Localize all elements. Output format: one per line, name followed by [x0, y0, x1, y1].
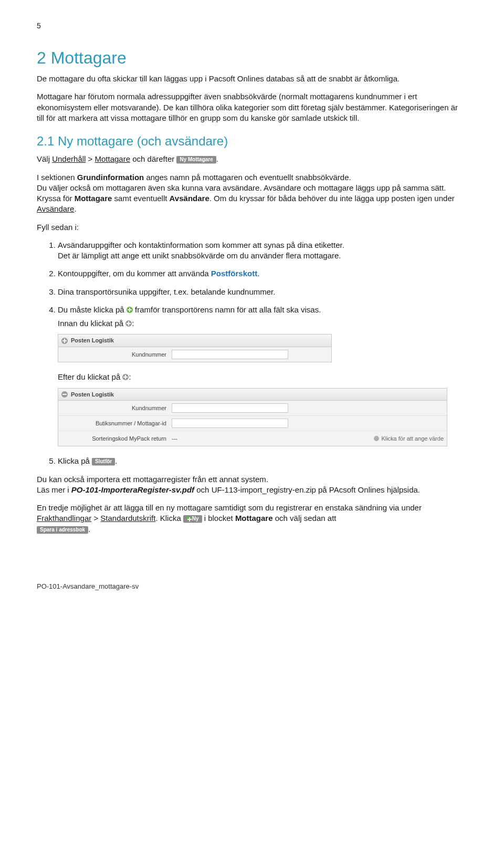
instruction-select-line: Välj Underhåll > Mottagare och därefter …	[37, 154, 467, 164]
before-click-label: Innan du klickat på :	[58, 318, 467, 329]
page-footer: PO-101-Avsandare_mottagare-sv	[37, 582, 467, 591]
list-item-5: Klicka på Slutför.	[58, 456, 467, 466]
collapse-icon[interactable]	[61, 391, 68, 398]
heading-1: 2 Mottagare	[37, 47, 467, 69]
menu-frakthandlingar: Frakthandlingar	[37, 514, 91, 523]
text: Det är lämpligt att ange ett unikt snabb…	[58, 251, 341, 260]
kundnummer-input[interactable]	[172, 350, 288, 359]
intro-paragraph-2: Mottagare har förutom normala adressuppg…	[37, 91, 467, 123]
panel-title: Posten Logistik	[71, 337, 114, 344]
plus-icon	[122, 374, 129, 380]
intro-paragraph-1: De mottagare du ofta skickar till kan lä…	[37, 74, 467, 84]
menu-standardutskrift: Standardutskrift	[100, 514, 155, 523]
text: Du väljer också om mottagaren även ska k…	[37, 183, 446, 192]
pdf-filename: PO-101-ImporteraRegister-sv.pdf	[71, 485, 194, 494]
table-row: Butiksnummer / Mottagar-id	[58, 416, 447, 431]
menu-underhall: Underhåll	[52, 154, 86, 163]
list-item-1: Avsändaruppgifter och kontaktinformation…	[58, 240, 467, 262]
field-label: Kundnummer	[61, 404, 172, 412]
field-value: ---	[172, 435, 177, 443]
bold: Avsändare	[170, 194, 209, 203]
text: anges namn på mottagaren och eventuellt …	[144, 173, 351, 182]
bold: Mottagare	[235, 514, 273, 523]
link-postforskott[interactable]: Postförskott	[211, 269, 257, 278]
field-label: Butiksnummer / Mottagar-id	[61, 420, 172, 427]
text: >	[91, 514, 100, 523]
table-row: Sorteringskod MyPack return --- Klicka f…	[58, 431, 447, 446]
text: i blocket	[202, 514, 235, 523]
fyll-sedan-i: Fyll sedan i:	[37, 222, 467, 233]
heading-2: 2.1 Ny mottagare (och avsändare)	[37, 133, 467, 150]
panel-header[interactable]: Posten Logistik	[58, 335, 331, 347]
text: Välj	[37, 154, 52, 163]
panel-title: Posten Logistik	[71, 391, 114, 399]
text: och därefter	[130, 154, 176, 163]
text: Innan du klickat på	[58, 319, 125, 328]
page-number: 5	[37, 21, 467, 31]
table-row: Kundnummer	[58, 401, 447, 416]
text: Du måste klicka på	[58, 305, 127, 314]
text: En tredje möjlighet är att lägga till en…	[37, 503, 422, 512]
slutfor-button[interactable]: Slutför	[92, 458, 115, 465]
panel-header[interactable]: Posten Logistik	[58, 389, 447, 401]
text: Efter du klickat på	[58, 372, 122, 381]
field-label: Kundnummer	[61, 351, 172, 359]
text: Kontouppgifter, om du kommer att använda	[58, 269, 211, 278]
menu-mottagare: Mottagare	[95, 154, 131, 163]
list-item-3: Dina transportörsunika uppgifter, t.ex. …	[58, 287, 467, 297]
click-to-set-hint[interactable]: Klicka för att ange värde	[374, 435, 444, 443]
spara-adressbok-button[interactable]: Spara i adressbok	[37, 526, 88, 534]
kundnummer-input[interactable]	[172, 403, 288, 413]
ny-mottagare-button[interactable]: Ny Mottagare	[176, 156, 216, 163]
text: och välj sedan att	[273, 514, 337, 523]
hint-text: Klicka för att ange värde	[381, 435, 444, 443]
ui-panel-expanded: Posten Logistik Kundnummer Butiksnummer …	[58, 388, 447, 447]
bold: Mottagare	[75, 194, 112, 203]
text: I sektionen	[37, 173, 77, 182]
btn-label: Ny	[192, 516, 199, 521]
plus-icon	[186, 516, 191, 520]
text: Kryssa för	[37, 194, 75, 203]
text: framför transportörens namn för att alla…	[133, 305, 321, 314]
text: Klicka på	[58, 456, 92, 465]
text: Du kan också importera ett mottagarregis…	[37, 475, 268, 484]
ny-button[interactable]: Ny	[183, 515, 202, 523]
bold: Grundinformation	[77, 173, 144, 182]
list-item-4: Du måste klicka på framför transportören…	[58, 305, 467, 446]
text: samt eventuellt	[112, 194, 169, 203]
outro-paragraph-2: En tredje möjlighet är att lägga till en…	[37, 503, 467, 535]
expand-icon[interactable]	[61, 338, 68, 344]
after-click-label: Efter du klickat på :	[58, 372, 467, 382]
text: . Klicka	[155, 514, 183, 523]
text: >	[86, 154, 94, 163]
text: . Om du kryssar för båda behöver du inte…	[209, 194, 455, 203]
paragraph-grundinformation: I sektionen Grundinformation anges namn …	[37, 172, 467, 215]
expand-plus-icon[interactable]	[127, 307, 133, 313]
outro-paragraph-1: Du kan också importera ett mottagarregis…	[37, 474, 467, 496]
gear-icon	[374, 436, 379, 441]
list-item-2: Kontouppgifter, om du kommer att använda…	[58, 268, 467, 279]
numbered-list: Avsändaruppgifter och kontaktinformation…	[37, 240, 467, 467]
text: Läs mer i	[37, 485, 71, 494]
ui-panel-collapsed: Posten Logistik Kundnummer	[58, 334, 332, 362]
text: Avsändaruppgifter och kontaktinformation…	[58, 241, 344, 249]
plus-icon	[125, 320, 132, 327]
field-label: Sorteringskod MyPack return	[61, 435, 172, 443]
table-row: Kundnummer	[58, 347, 331, 362]
text: och UF-113-import_registry-en.zip på PAc…	[194, 485, 420, 494]
butiksnummer-input[interactable]	[172, 419, 288, 428]
link-avsandare: Avsändare	[37, 204, 74, 213]
